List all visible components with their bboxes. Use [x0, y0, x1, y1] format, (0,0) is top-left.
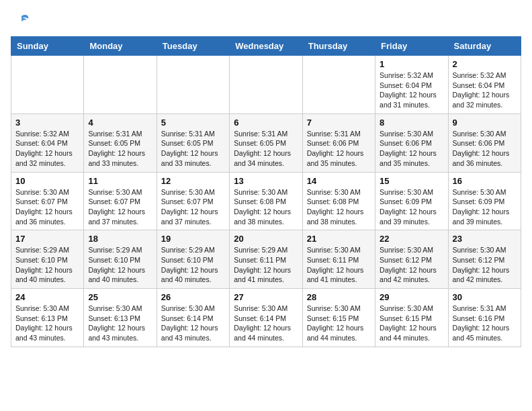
- day-info: Sunrise: 5:30 AM Sunset: 6:14 PM Dayligh…: [234, 304, 298, 343]
- calendar-week-row: 3Sunrise: 5:32 AM Sunset: 6:04 PM Daylig…: [11, 113, 521, 172]
- day-number: 14: [307, 176, 371, 186]
- day-number: 4: [88, 118, 152, 128]
- day-number: 11: [88, 176, 152, 186]
- day-number: 18: [88, 234, 152, 244]
- day-number: 24: [15, 292, 79, 302]
- day-info: Sunrise: 5:31 AM Sunset: 6:05 PM Dayligh…: [88, 129, 152, 169]
- day-info: Sunrise: 5:30 AM Sunset: 6:07 PM Dayligh…: [15, 187, 79, 227]
- day-info: Sunrise: 5:30 AM Sunset: 6:14 PM Dayligh…: [161, 304, 225, 343]
- day-number: 5: [161, 118, 225, 128]
- calendar-cell: 21Sunrise: 5:30 AM Sunset: 6:11 PM Dayli…: [302, 230, 375, 289]
- calendar-cell: 13Sunrise: 5:30 AM Sunset: 6:08 PM Dayli…: [230, 172, 302, 230]
- day-number: 21: [307, 234, 371, 244]
- day-number: 29: [380, 292, 443, 302]
- calendar-cell: 14Sunrise: 5:30 AM Sunset: 6:08 PM Dayli…: [302, 172, 375, 230]
- calendar-week-row: 1Sunrise: 5:32 AM Sunset: 6:04 PM Daylig…: [11, 56, 521, 114]
- day-info: Sunrise: 5:31 AM Sunset: 6:05 PM Dayligh…: [234, 129, 298, 169]
- day-info: Sunrise: 5:32 AM Sunset: 6:04 PM Dayligh…: [15, 129, 79, 169]
- calendar-header-saturday: Saturday: [448, 37, 521, 56]
- logo: [11, 11, 31, 30]
- day-info: Sunrise: 5:30 AM Sunset: 6:13 PM Dayligh…: [88, 304, 152, 343]
- day-number: 15: [380, 176, 443, 186]
- calendar-header-friday: Friday: [375, 37, 448, 56]
- day-info: Sunrise: 5:29 AM Sunset: 6:10 PM Dayligh…: [15, 245, 79, 285]
- day-number: 1: [380, 59, 443, 69]
- calendar-cell: 26Sunrise: 5:30 AM Sunset: 6:14 PM Dayli…: [157, 289, 229, 347]
- day-number: 7: [307, 118, 371, 128]
- calendar-cell: 29Sunrise: 5:30 AM Sunset: 6:15 PM Dayli…: [375, 289, 448, 347]
- day-number: 10: [15, 176, 79, 186]
- calendar-table: SundayMondayTuesdayWednesdayThursdayFrid…: [11, 36, 521, 347]
- logo-bird-icon: [12, 11, 31, 30]
- day-info: Sunrise: 5:30 AM Sunset: 6:08 PM Dayligh…: [234, 187, 298, 227]
- calendar-cell: 5Sunrise: 5:31 AM Sunset: 6:05 PM Daylig…: [157, 113, 229, 172]
- day-info: Sunrise: 5:30 AM Sunset: 6:13 PM Dayligh…: [15, 304, 79, 343]
- day-info: Sunrise: 5:30 AM Sunset: 6:07 PM Dayligh…: [161, 187, 225, 227]
- day-info: Sunrise: 5:30 AM Sunset: 6:11 PM Dayligh…: [307, 245, 371, 285]
- calendar-cell: 4Sunrise: 5:31 AM Sunset: 6:05 PM Daylig…: [84, 113, 157, 172]
- page-header: [11, 11, 521, 30]
- calendar-cell: 23Sunrise: 5:30 AM Sunset: 6:12 PM Dayli…: [448, 230, 521, 289]
- calendar-cell: 8Sunrise: 5:30 AM Sunset: 6:06 PM Daylig…: [375, 113, 448, 172]
- day-info: Sunrise: 5:32 AM Sunset: 6:04 PM Dayligh…: [453, 71, 517, 110]
- day-number: 22: [380, 234, 443, 244]
- day-number: 23: [453, 234, 517, 244]
- day-number: 20: [234, 234, 298, 244]
- calendar-cell: 9Sunrise: 5:30 AM Sunset: 6:06 PM Daylig…: [448, 113, 521, 172]
- calendar-cell: 1Sunrise: 5:32 AM Sunset: 6:04 PM Daylig…: [375, 56, 448, 114]
- calendar-cell: [84, 56, 157, 114]
- day-number: 9: [453, 118, 517, 128]
- calendar-cell: 30Sunrise: 5:31 AM Sunset: 6:16 PM Dayli…: [448, 289, 521, 347]
- calendar-cell: 19Sunrise: 5:29 AM Sunset: 6:10 PM Dayli…: [157, 230, 229, 289]
- day-info: Sunrise: 5:29 AM Sunset: 6:10 PM Dayligh…: [88, 245, 152, 285]
- calendar-week-row: 24Sunrise: 5:30 AM Sunset: 6:13 PM Dayli…: [11, 289, 521, 347]
- day-number: 2: [453, 59, 517, 69]
- calendar-cell: 20Sunrise: 5:29 AM Sunset: 6:11 PM Dayli…: [230, 230, 302, 289]
- calendar-cell: 27Sunrise: 5:30 AM Sunset: 6:14 PM Dayli…: [230, 289, 302, 347]
- day-info: Sunrise: 5:30 AM Sunset: 6:06 PM Dayligh…: [453, 129, 517, 169]
- day-info: Sunrise: 5:30 AM Sunset: 6:08 PM Dayligh…: [307, 187, 371, 227]
- calendar-cell: 18Sunrise: 5:29 AM Sunset: 6:10 PM Dayli…: [84, 230, 157, 289]
- day-info: Sunrise: 5:30 AM Sunset: 6:07 PM Dayligh…: [88, 187, 152, 227]
- calendar-cell: 15Sunrise: 5:30 AM Sunset: 6:09 PM Dayli…: [375, 172, 448, 230]
- calendar-header-wednesday: Wednesday: [230, 37, 302, 56]
- day-number: 19: [161, 234, 225, 244]
- calendar-cell: 7Sunrise: 5:31 AM Sunset: 6:06 PM Daylig…: [302, 113, 375, 172]
- day-info: Sunrise: 5:30 AM Sunset: 6:15 PM Dayligh…: [380, 304, 443, 343]
- calendar-cell: 6Sunrise: 5:31 AM Sunset: 6:05 PM Daylig…: [230, 113, 302, 172]
- day-number: 27: [234, 292, 298, 302]
- calendar-header-thursday: Thursday: [302, 37, 375, 56]
- calendar-cell: 28Sunrise: 5:30 AM Sunset: 6:15 PM Dayli…: [302, 289, 375, 347]
- calendar-cell: 11Sunrise: 5:30 AM Sunset: 6:07 PM Dayli…: [84, 172, 157, 230]
- calendar-cell: 25Sunrise: 5:30 AM Sunset: 6:13 PM Dayli…: [84, 289, 157, 347]
- calendar-header-monday: Monday: [84, 37, 157, 56]
- calendar-cell: 22Sunrise: 5:30 AM Sunset: 6:12 PM Dayli…: [375, 230, 448, 289]
- day-number: 16: [453, 176, 517, 186]
- calendar-cell: 17Sunrise: 5:29 AM Sunset: 6:10 PM Dayli…: [11, 230, 84, 289]
- calendar-cell: [11, 56, 84, 114]
- day-number: 13: [234, 176, 298, 186]
- day-info: Sunrise: 5:29 AM Sunset: 6:10 PM Dayligh…: [161, 245, 225, 285]
- day-number: 26: [161, 292, 225, 302]
- day-number: 28: [307, 292, 371, 302]
- day-info: Sunrise: 5:30 AM Sunset: 6:09 PM Dayligh…: [380, 187, 443, 227]
- calendar-week-row: 17Sunrise: 5:29 AM Sunset: 6:10 PM Dayli…: [11, 230, 521, 289]
- calendar-body: 1Sunrise: 5:32 AM Sunset: 6:04 PM Daylig…: [11, 56, 521, 347]
- day-info: Sunrise: 5:30 AM Sunset: 6:09 PM Dayligh…: [453, 187, 517, 227]
- day-number: 6: [234, 118, 298, 128]
- calendar-cell: 24Sunrise: 5:30 AM Sunset: 6:13 PM Dayli…: [11, 289, 84, 347]
- day-info: Sunrise: 5:32 AM Sunset: 6:04 PM Dayligh…: [380, 71, 443, 110]
- calendar-cell: [302, 56, 375, 114]
- day-info: Sunrise: 5:30 AM Sunset: 6:12 PM Dayligh…: [453, 245, 517, 285]
- day-info: Sunrise: 5:30 AM Sunset: 6:15 PM Dayligh…: [307, 304, 371, 343]
- day-number: 30: [453, 292, 517, 302]
- day-number: 12: [161, 176, 225, 186]
- calendar-cell: [157, 56, 229, 114]
- day-number: 8: [380, 118, 443, 128]
- calendar-header-sunday: Sunday: [11, 37, 84, 56]
- calendar-header-tuesday: Tuesday: [157, 37, 229, 56]
- calendar-cell: 3Sunrise: 5:32 AM Sunset: 6:04 PM Daylig…: [11, 113, 84, 172]
- day-info: Sunrise: 5:29 AM Sunset: 6:11 PM Dayligh…: [234, 245, 298, 285]
- calendar-header-row: SundayMondayTuesdayWednesdayThursdayFrid…: [11, 37, 521, 56]
- calendar-cell: 2Sunrise: 5:32 AM Sunset: 6:04 PM Daylig…: [448, 56, 521, 114]
